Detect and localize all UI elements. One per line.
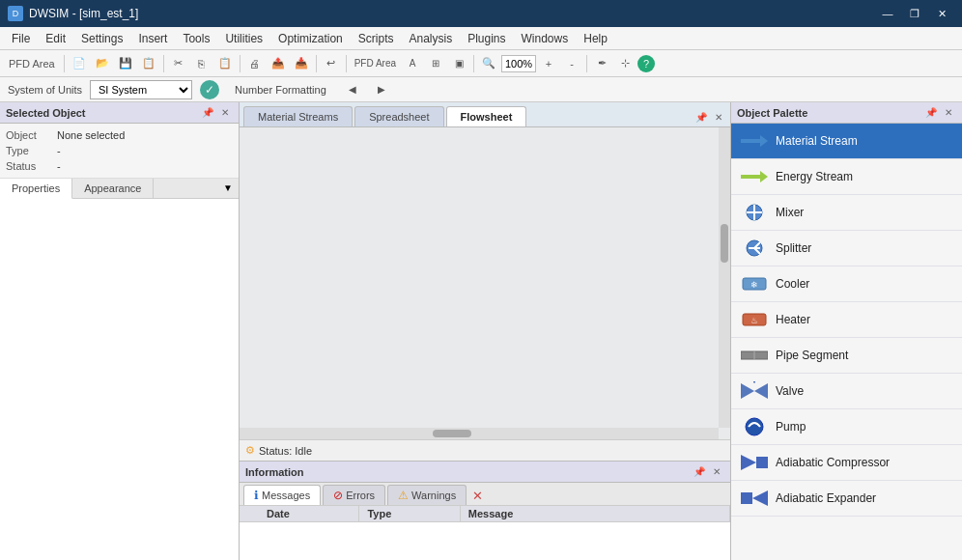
tb-copy-btn[interactable]: ⎘ (191, 53, 212, 74)
info-th-message: Message (461, 506, 730, 521)
tb-cut-btn[interactable]: ✂ (168, 53, 189, 74)
info-close-btn[interactable]: ✕ (709, 464, 724, 480)
tb-export-btn[interactable]: 📤 (268, 53, 289, 74)
menu-edit[interactable]: Edit (38, 27, 73, 49)
menu-optimization[interactable]: Optimization (270, 27, 351, 49)
tb-info-btn[interactable]: ? (637, 55, 655, 72)
palette-valve[interactable]: Valve (731, 374, 962, 409)
palette-mixer[interactable]: Mixer (731, 195, 962, 231)
palette-adiabatic-compressor[interactable]: Adiabatic Compressor (731, 445, 962, 481)
tb-save-btn[interactable]: 💾 (115, 53, 136, 74)
scrollbar-horizontal[interactable] (240, 428, 719, 439)
num-format-left-btn[interactable]: ◀ (342, 79, 363, 100)
menu-scripts[interactable]: Scripts (351, 27, 402, 49)
status-value: - (57, 160, 61, 172)
app-icon: D (8, 6, 23, 21)
status-icon: ⚙ (245, 444, 255, 457)
tab-appearance[interactable]: Appearance (72, 179, 154, 198)
zoom-fit-btn[interactable]: PFD Area (351, 53, 400, 74)
svg-point-20 (746, 418, 763, 435)
title-bar-controls: — ❐ ✕ (875, 4, 954, 23)
info-panel-header-controls: 📌 ✕ (692, 464, 724, 480)
zoom-outline-btn[interactable]: ▣ (448, 53, 469, 74)
info-th-date: Date (259, 506, 359, 521)
number-format-label: Number Formatting (227, 84, 334, 96)
palette-heater[interactable]: ♨ Heater (731, 302, 962, 338)
center-area: Material Streams Spreadsheet Flowsheet 📌… (240, 102, 730, 560)
palette-pump-label: Pump (776, 420, 806, 434)
menu-tools[interactable]: Tools (175, 27, 217, 49)
palette-energy-stream[interactable]: Energy Stream (731, 159, 962, 195)
palette-energy-stream-label: Energy Stream (776, 170, 853, 183)
svg-rect-22 (756, 457, 768, 468)
flowsheet-area[interactable] (240, 127, 730, 439)
adiabatic-compressor-icon (741, 453, 768, 472)
tab-close-btn[interactable]: ✕ (711, 109, 726, 125)
menu-insert[interactable]: Insert (130, 27, 175, 49)
menu-plugins[interactable]: Plugins (460, 27, 513, 49)
right-close-btn[interactable]: ✕ (941, 105, 956, 121)
tab-arrow[interactable]: ▼ (217, 179, 239, 198)
info-tab-errors[interactable]: ⊘ Errors (323, 485, 385, 505)
tb-draw-btn[interactable]: ✒ (591, 53, 612, 74)
info-tab-warnings[interactable]: ⚠ Warnings (387, 485, 467, 505)
scrollbar-vertical[interactable] (719, 127, 730, 428)
palette-pipe-segment[interactable]: Pipe Segment (731, 338, 962, 374)
info-panel-title: Information (245, 466, 304, 478)
svg-marker-1 (760, 135, 768, 147)
tb-import-btn[interactable]: 📥 (291, 53, 312, 74)
palette-material-stream[interactable]: Material Stream (731, 124, 962, 159)
menu-windows[interactable]: Windows (514, 27, 577, 49)
messages-icon: ℹ (254, 489, 259, 502)
tab-spreadsheet[interactable]: Spreadsheet (354, 106, 443, 126)
info-th-expand (240, 506, 259, 521)
scroll-thumb-h[interactable] (433, 430, 471, 437)
menu-analysis[interactable]: Analysis (401, 27, 460, 49)
maximize-button[interactable]: ❐ (902, 4, 927, 23)
units-apply-btn[interactable]: ✓ (200, 80, 219, 99)
tb-select-btn[interactable]: ⊹ (614, 53, 636, 74)
right-pin-btn[interactable]: 📌 (923, 105, 939, 121)
tab-material-streams[interactable]: Material Streams (243, 106, 353, 126)
panel-close-btn[interactable]: ✕ (217, 105, 233, 121)
zoom-out-btn[interactable]: - (561, 53, 582, 74)
tb-undo-btn[interactable]: ↩ (321, 53, 342, 74)
palette-pump[interactable]: Pump (731, 409, 962, 445)
close-button[interactable]: ✕ (929, 4, 954, 23)
valve-icon (741, 381, 768, 401)
left-panel-title: Selected Object (6, 107, 86, 119)
info-clear-btn[interactable]: ✕ (468, 487, 487, 505)
units-select[interactable]: SI System CGS System English System (90, 80, 192, 99)
obj-info-status-row: Status - (6, 158, 233, 174)
tb-saveas-btn[interactable]: 📋 (138, 53, 159, 74)
menu-file[interactable]: File (4, 27, 38, 49)
tb-paste-btn[interactable]: 📋 (214, 53, 236, 74)
zoom-in2-btn[interactable]: + (538, 53, 559, 74)
minimize-button[interactable]: — (875, 4, 900, 23)
zoom-in-btn[interactable]: 🔍 (478, 53, 499, 74)
info-table-body (240, 522, 730, 555)
zoom-input[interactable]: 100% (501, 55, 536, 72)
tab-pin-btn[interactable]: 📌 (693, 109, 709, 125)
num-format-right-btn[interactable]: ▶ (371, 79, 392, 100)
zoom-grid-btn[interactable]: ⊞ (425, 53, 446, 74)
tb-open-btn[interactable]: 📂 (92, 53, 113, 74)
tb-print-btn[interactable]: 🖨 (244, 53, 266, 74)
palette-cooler[interactable]: ❄ Cooler (731, 266, 962, 302)
tab-properties[interactable]: Properties (0, 179, 72, 199)
palette-splitter[interactable]: Splitter (731, 231, 962, 266)
palette-pipe-segment-label: Pipe Segment (776, 349, 848, 362)
info-pin-btn[interactable]: 📌 (692, 464, 707, 480)
palette-adiabatic-expander[interactable]: Adiabatic Expander (731, 481, 962, 517)
pipe-segment-icon (741, 346, 768, 365)
panel-pin-btn[interactable]: 📌 (200, 105, 215, 121)
right-panel-header: Object Palette 📌 ✕ (731, 102, 962, 124)
menu-help[interactable]: Help (576, 27, 615, 49)
zoom-text-btn[interactable]: A (402, 53, 423, 74)
tb-new-btn[interactable]: 📄 (69, 53, 90, 74)
tab-flowsheet[interactable]: Flowsheet (446, 106, 527, 126)
menu-settings[interactable]: Settings (73, 27, 130, 49)
menu-utilities[interactable]: Utilities (217, 27, 270, 49)
scroll-thumb-v[interactable] (721, 224, 728, 263)
info-tab-messages[interactable]: ℹ Messages (243, 485, 321, 505)
